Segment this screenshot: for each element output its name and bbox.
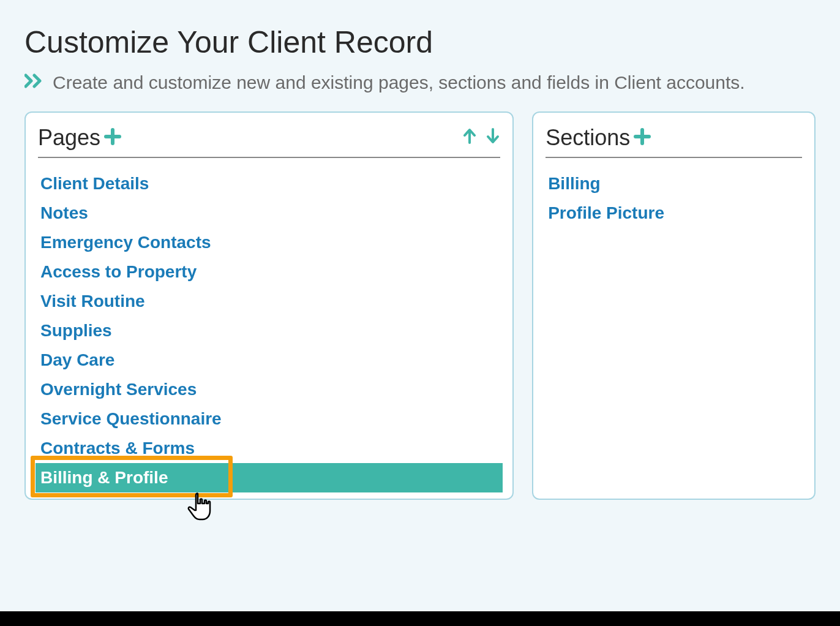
page-item[interactable]: Supplies xyxy=(38,316,500,345)
section-item[interactable]: Profile Picture xyxy=(546,198,802,228)
page-title: Customize Your Client Record xyxy=(24,25,816,60)
pages-list: Client DetailsNotesEmergency ContactsAcc… xyxy=(38,169,500,492)
page-item[interactable]: Notes xyxy=(38,198,500,228)
sections-panel-header: Sections xyxy=(546,125,802,158)
panels-row: Pages Clien xyxy=(24,111,816,500)
sections-panel-title: Sections xyxy=(546,125,630,151)
pages-panel: Pages Clien xyxy=(24,111,514,500)
move-down-icon[interactable] xyxy=(486,127,500,149)
page-item[interactable]: Service Questionnaire xyxy=(38,404,500,434)
sections-list: BillingProfile Picture xyxy=(546,169,802,228)
page-item[interactable]: Visit Routine xyxy=(38,287,500,316)
chevrons-right-icon xyxy=(24,73,45,92)
page-item[interactable]: Billing & Profile xyxy=(36,463,503,492)
page-item[interactable]: Overnight Services xyxy=(38,375,500,404)
pages-panel-title: Pages xyxy=(38,125,100,151)
subtitle-row: Create and customize new and existing pa… xyxy=(24,72,816,93)
section-item[interactable]: Billing xyxy=(546,169,802,198)
page-item[interactable]: Access to Property xyxy=(38,257,500,287)
pages-header-left: Pages xyxy=(38,125,121,151)
subtitle-text: Create and customize new and existing pa… xyxy=(53,72,745,93)
cursor-pointer-icon xyxy=(185,490,214,521)
add-page-icon[interactable] xyxy=(104,127,121,149)
page-item[interactable]: Day Care xyxy=(38,345,500,375)
page-item[interactable]: Contracts & Forms xyxy=(38,434,500,463)
move-up-icon[interactable] xyxy=(462,127,477,149)
sections-header-left: Sections xyxy=(546,125,651,151)
pages-panel-header: Pages xyxy=(38,125,500,158)
sections-panel: Sections BillingProfile Picture xyxy=(532,111,816,500)
page-item[interactable]: Emergency Contacts xyxy=(38,228,500,257)
page-item[interactable]: Client Details xyxy=(38,169,500,198)
reorder-arrows xyxy=(462,127,500,149)
add-section-icon[interactable] xyxy=(634,127,651,149)
